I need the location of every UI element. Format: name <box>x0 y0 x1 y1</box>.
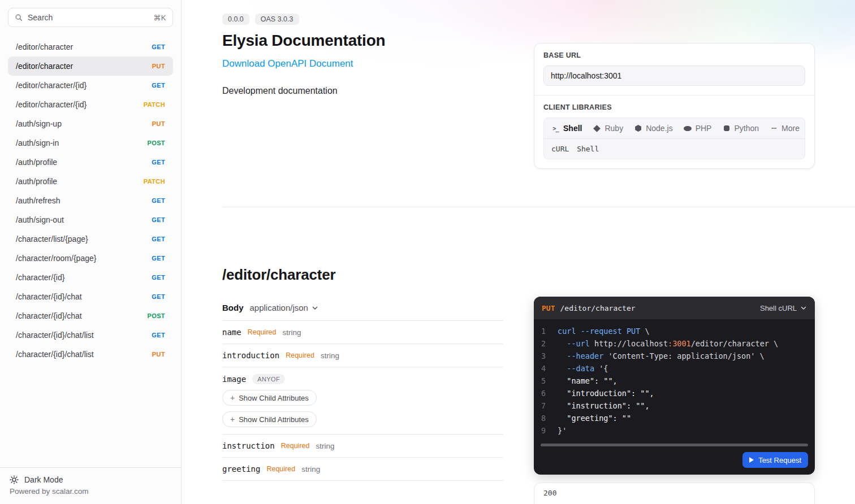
client-library-tab-more[interactable]: ···More <box>770 124 800 133</box>
plus-icon: + <box>230 415 235 424</box>
sidebar-item-endpoint[interactable]: /editor/characterPUT <box>8 57 173 76</box>
server-card: BASE URL CLIENT LIBRARIES >_ShellRubyNod… <box>534 43 815 169</box>
endpoint-path: /auth/sign-in <box>16 138 59 147</box>
dark-mode-toggle[interactable]: Dark Mode <box>10 475 171 484</box>
show-child-attributes-button[interactable]: +Show Child Attributes <box>222 411 317 427</box>
content-type-value: application/json <box>250 303 308 312</box>
language-selector[interactable]: Shell cURL <box>760 304 807 312</box>
sidebar-item-endpoint[interactable]: /character/{id}/chatPOST <box>8 306 173 325</box>
field-name: instruction <box>222 441 275 450</box>
field-name: name <box>222 328 241 337</box>
main-content: 0.0.0 OAS 3.0.3 Elysia Documentation Dow… <box>182 0 855 504</box>
schema-field-row: introductionRequiredstring <box>222 344 503 367</box>
code-text: curl --request PUT \ <box>558 325 650 337</box>
field-type: string <box>301 465 320 473</box>
sidebar-item-endpoint[interactable]: /editor/character/{id}PATCH <box>8 95 173 114</box>
sidebar-item-endpoint[interactable]: /editor/characterGET <box>8 37 173 57</box>
body-label: Body <box>222 303 244 312</box>
field-name: introduction <box>222 351 279 360</box>
content-type-select[interactable]: application/json <box>250 303 318 312</box>
client-library-label: Shell <box>563 124 582 133</box>
chevron-down-icon <box>312 305 318 311</box>
code-text: --url http://localhost:3001/editor/chara… <box>558 337 778 350</box>
client-variant-selector[interactable]: cURL Shell <box>544 139 805 159</box>
sidebar: Search ⌘K /editor/characterGET/editor/ch… <box>0 0 182 504</box>
endpoint-path: /editor/character/{id} <box>16 81 87 90</box>
endpoint-nav: /editor/characterGET/editor/characterPUT… <box>0 37 181 467</box>
search-icon <box>15 14 23 21</box>
code-line: 6 "introduction": "", <box>541 387 807 399</box>
client-library-tab-python[interactable]: Python <box>722 124 759 133</box>
dark-mode-label: Dark Mode <box>24 475 63 484</box>
endpoint-path: /auth/profile <box>16 158 57 167</box>
sidebar-item-endpoint[interactable]: /auth/profilePATCH <box>8 172 173 191</box>
method-badge: PUT <box>152 63 165 69</box>
sidebar-item-endpoint[interactable]: /auth/sign-upPUT <box>8 114 173 133</box>
ruby-icon <box>593 124 601 132</box>
code-text: --header 'Content-Type: application/json… <box>558 350 765 362</box>
request-method-badge: PUT <box>542 304 555 312</box>
field-type: string <box>316 442 334 450</box>
method-badge: PATCH <box>144 101 165 108</box>
schema-field-head: greetingRequiredstring <box>222 464 503 473</box>
code-text: "introduction": "", <box>558 387 654 399</box>
sidebar-item-endpoint[interactable]: /editor/character/{id}GET <box>8 76 173 95</box>
powered-by-link[interactable]: Powered by scalar.com <box>10 487 171 496</box>
line-number: 4 <box>541 362 549 375</box>
endpoint-path: /auth/sign-up <box>16 119 62 128</box>
app-root: Search ⌘K /editor/characterGET/editor/ch… <box>0 0 855 504</box>
code-line: 8 "greeting": "" <box>541 412 807 424</box>
search-input[interactable]: Search ⌘K <box>8 8 173 27</box>
show-child-attributes-button[interactable]: +Show Child Attributes <box>222 390 317 406</box>
endpoint-path: /character/{id}/chat/list <box>16 331 94 340</box>
method-badge: PUT <box>152 120 165 127</box>
code-line: 5 "name": "", <box>541 375 807 387</box>
line-number: 9 <box>541 424 549 437</box>
response-status: 200 <box>543 489 556 497</box>
download-openapi-link[interactable]: Download OpenAPI Document <box>222 58 353 69</box>
request-example-header: PUT /editor/character Shell cURL <box>534 297 815 319</box>
endpoint-section: /editor/character Body application/json … <box>222 207 815 504</box>
code-line: 7 "instruction": "", <box>541 399 807 412</box>
endpoint-path: /character/room/{page} <box>16 254 96 263</box>
sidebar-item-endpoint[interactable]: /character/list/{page}GET <box>8 229 173 249</box>
method-badge: GET <box>152 274 165 281</box>
api-description: Development documentation <box>222 86 528 96</box>
schema-field-row: imageANYOF+Show Child Attributes+Show Ch… <box>222 367 503 435</box>
test-request-button[interactable]: Test Request <box>742 452 808 468</box>
sidebar-item-endpoint[interactable]: /character/room/{page}GET <box>8 249 173 268</box>
line-number: 7 <box>541 399 549 412</box>
code-text: "name": "", <box>558 375 618 387</box>
code-line: 1curl --request PUT \ <box>541 325 807 337</box>
base-url-input[interactable] <box>543 66 805 86</box>
endpoint-path: /auth/refresh <box>16 196 61 205</box>
sidebar-item-endpoint[interactable]: /character/{id}/chatGET <box>8 287 173 306</box>
client-library-label: More <box>781 124 800 133</box>
client-library-tab-ruby[interactable]: Ruby <box>593 124 623 133</box>
schema-fields: nameRequiredstringintroductionRequiredst… <box>222 321 503 481</box>
client-library-tab-shell[interactable]: >_Shell <box>551 124 582 133</box>
client-library-label: PHP <box>696 124 712 133</box>
endpoint-path: /editor/character <box>16 62 73 71</box>
sidebar-item-endpoint[interactable]: /auth/refreshGET <box>8 191 173 210</box>
request-example-panel: PUT /editor/character Shell cURL 1curl -… <box>534 297 815 475</box>
sidebar-item-endpoint[interactable]: /auth/profileGET <box>8 153 173 172</box>
method-badge: GET <box>152 197 165 204</box>
client-library-label: Node.js <box>646 124 672 133</box>
line-number: 3 <box>541 350 549 362</box>
client-libraries-label: CLIENT LIBRARIES <box>543 103 805 111</box>
sidebar-item-endpoint[interactable]: /character/{id}/chat/listGET <box>8 325 173 345</box>
sidebar-item-endpoint[interactable]: /character/{id}/chat/listPUT <box>8 345 173 364</box>
response-preview[interactable]: 200 <box>534 483 815 504</box>
field-type: string <box>282 328 301 337</box>
sidebar-item-endpoint[interactable]: /auth/sign-outGET <box>8 210 173 229</box>
endpoint-title: /editor/character <box>222 266 503 284</box>
field-name: greeting <box>222 464 260 473</box>
page-title: Elysia Documentation <box>222 32 528 50</box>
sidebar-item-endpoint[interactable]: /auth/sign-inPOST <box>8 133 173 153</box>
client-library-tab-nodejs[interactable]: Node.js <box>634 124 672 133</box>
client-library-tab-php[interactable]: PHP <box>684 124 712 133</box>
line-number: 8 <box>541 412 549 424</box>
sidebar-item-endpoint[interactable]: /character/{id}GET <box>8 268 173 287</box>
version-badges: 0.0.0 OAS 3.0.3 <box>222 14 528 25</box>
